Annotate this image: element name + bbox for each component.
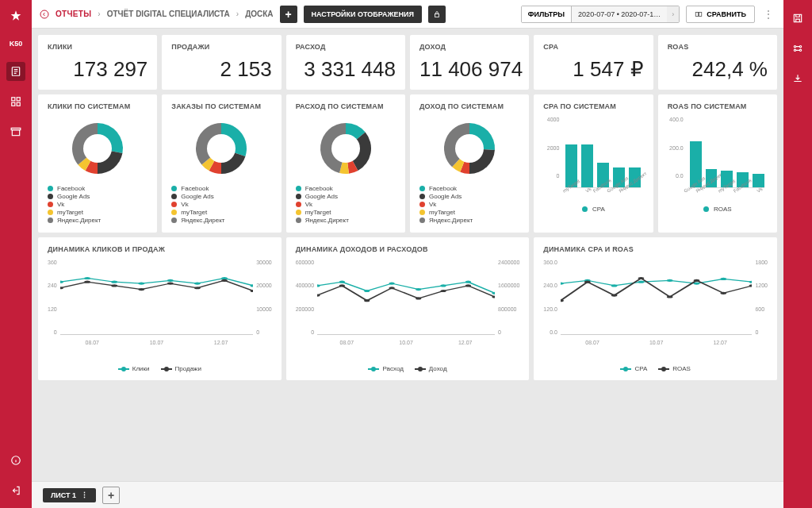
- legend-item: CPA: [620, 365, 647, 372]
- clear-filter-icon[interactable]: ›: [667, 6, 679, 22]
- archive-icon[interactable]: [6, 122, 25, 141]
- svg-point-61: [720, 292, 726, 294]
- compare-icon: [695, 10, 703, 18]
- legend-item: Facebook: [296, 185, 396, 192]
- donut-card: КЛИКИ ПО СИСТЕМАМ FacebookGoogle AdsVkmy…: [38, 94, 157, 233]
- line-chart: 3602401200 08.0710.0712.07 3000020000100…: [48, 260, 272, 351]
- legend-item: Vk: [48, 201, 147, 208]
- svg-point-17: [111, 281, 117, 283]
- bar-card: ROAS ПО СИСТЕМАМ 400.0200.00.0 Google Ad…: [658, 94, 777, 233]
- legend: FacebookGoogle AdsVkmyTargetЯндекс.Дирек…: [296, 185, 396, 224]
- legend-item: Яндекс.Директ: [48, 217, 147, 224]
- svg-point-26: [138, 288, 144, 291]
- star-icon[interactable]: [6, 6, 25, 25]
- donut-chart: [48, 117, 147, 180]
- svg-point-12: [207, 134, 236, 163]
- svg-point-41: [364, 299, 370, 302]
- legend-item: Vk: [171, 201, 271, 208]
- download-icon[interactable]: [789, 70, 806, 87]
- svg-point-34: [389, 282, 395, 284]
- bar: myTarget: [721, 171, 733, 187]
- metric-label: ПРОДАЖИ: [171, 43, 271, 51]
- svg-point-53: [720, 278, 726, 280]
- topbar: ОТЧЕТЫ › ОТЧЁТ DIGITAL СПЕЦИАЛИСТА › ДОС…: [32, 0, 783, 29]
- legend-item: Vk: [296, 201, 396, 208]
- display-settings-button[interactable]: НАСТРОЙКИ ОТОБРАЖЕНИЯ: [304, 6, 422, 23]
- svg-point-11: [83, 134, 112, 163]
- legend-item: Клики: [118, 365, 150, 372]
- legend-item: Google Ads: [419, 193, 519, 200]
- svg-point-54: [749, 281, 753, 283]
- breadcrumb-root[interactable]: ОТЧЕТЫ: [56, 10, 91, 18]
- bar: Facebook: [597, 163, 609, 187]
- svg-point-47: [561, 282, 564, 284]
- compare-button[interactable]: СРАВНИТЬ: [686, 6, 755, 23]
- donut-card: ДОХОД ПО СИСТЕМАМ FacebookGoogle AdsVkmy…: [410, 94, 529, 233]
- svg-point-19: [167, 279, 174, 282]
- bar: Google Ads: [613, 167, 625, 187]
- svg-rect-9: [696, 12, 699, 16]
- info-icon[interactable]: [6, 451, 25, 470]
- metric-value: 1 547 ₽: [543, 57, 643, 82]
- metric-card: КЛИКИ 173 297: [38, 35, 157, 90]
- filter-daterange[interactable]: ФИЛЬТРЫ 2020-07-07 • 2020-07-1… ›: [521, 6, 680, 23]
- svg-rect-10: [699, 12, 702, 16]
- date-range-value: 2020-07-07 • 2020-07-1…: [572, 6, 667, 22]
- sheet-menu-icon: ⋮: [81, 491, 88, 499]
- svg-point-64: [794, 46, 795, 48]
- breadcrumb-mid[interactable]: ОТЧЁТ DIGITAL СПЕЦИАЛИСТА: [107, 10, 230, 18]
- svg-rect-1: [12, 98, 15, 101]
- legend-item: Яндекс.Директ: [171, 217, 271, 224]
- svg-rect-3: [12, 102, 15, 106]
- main-area: ОТЧЕТЫ › ОТЧЁТ DIGITAL СПЕЦИАЛИСТА › ДОС…: [32, 0, 783, 508]
- save-icon[interactable]: [789, 10, 806, 27]
- metric-card: CPA 1 547 ₽: [534, 35, 653, 90]
- back-icon[interactable]: [40, 10, 49, 19]
- svg-point-37: [465, 281, 471, 283]
- metric-value: 2 153: [171, 57, 271, 82]
- line-chart: 6000004000002000000 08.0710.0712.07 2400…: [296, 260, 520, 351]
- legend-item: Facebook: [48, 185, 147, 192]
- filters-label: ФИЛЬТРЫ: [522, 6, 572, 22]
- bar-chart: 400020000 myTargetVkFacebookGoogle AdsЯн…: [543, 117, 643, 188]
- exit-icon[interactable]: [6, 481, 25, 500]
- settings-icon[interactable]: [789, 40, 806, 57]
- legend-item: Vk: [419, 201, 519, 208]
- svg-point-31: [317, 284, 320, 287]
- legend-item: myTarget: [48, 209, 147, 216]
- legend: FacebookGoogle AdsVkmyTargetЯндекс.Дирек…: [419, 185, 519, 224]
- add-sheet-button[interactable]: +: [102, 487, 120, 504]
- svg-point-42: [389, 287, 395, 289]
- donut-chart: [296, 117, 396, 180]
- svg-point-50: [638, 281, 644, 283]
- metric-value: 3 331 448: [296, 57, 396, 82]
- svg-point-66: [794, 49, 795, 51]
- svg-point-20: [194, 282, 201, 284]
- dashboard-icon[interactable]: [6, 92, 25, 111]
- svg-point-28: [194, 287, 201, 289]
- brand-logo: K50: [10, 40, 23, 48]
- svg-point-55: [561, 299, 564, 302]
- more-menu-icon[interactable]: ⋮: [761, 6, 776, 23]
- add-button[interactable]: +: [280, 6, 297, 23]
- svg-point-33: [364, 290, 370, 292]
- sheet-tab[interactable]: ЛИСТ 1⋮: [43, 488, 96, 502]
- svg-point-45: [465, 284, 471, 287]
- svg-point-27: [167, 282, 174, 284]
- line-legend: КликиПродажи: [48, 365, 272, 372]
- svg-point-14: [455, 134, 484, 163]
- svg-point-24: [84, 281, 90, 283]
- legend-item: Facebook: [171, 185, 271, 192]
- lock-icon[interactable]: [428, 6, 446, 23]
- svg-point-32: [339, 281, 345, 283]
- svg-point-51: [667, 279, 673, 282]
- svg-point-59: [667, 295, 673, 298]
- svg-point-15: [60, 281, 63, 283]
- svg-point-65: [799, 46, 801, 48]
- metric-card: РАСХОД 3 331 448: [286, 35, 405, 90]
- reports-icon[interactable]: [6, 62, 25, 81]
- svg-point-21: [221, 277, 228, 279]
- bar-card: CPA ПО СИСТЕМАМ 400020000 myTargetVkFace…: [534, 94, 653, 233]
- metric-value: 242,4 %: [668, 57, 768, 82]
- svg-point-35: [416, 288, 421, 291]
